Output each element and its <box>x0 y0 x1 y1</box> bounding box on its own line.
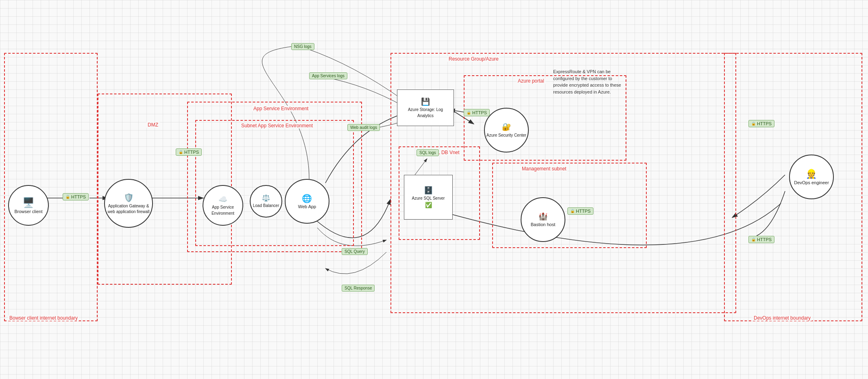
https-badge-5: HTTPS <box>748 120 774 127</box>
https-badge-1: HTTPS <box>63 193 89 200</box>
azure-portal-label: Azure portal <box>517 78 545 84</box>
management-subnet-label: Management subnet <box>521 166 567 172</box>
web-audit-logs-badge: Web audit logs <box>347 124 380 131</box>
load-balancer-node: ⚖️ Load Balancer <box>250 185 282 218</box>
azure-security-node: 🔐 Azure Security Center <box>484 108 529 152</box>
app-service-env-node: ☁️ App Service Environment <box>203 185 243 226</box>
app-services-logs-badge: App Services logs <box>309 72 347 79</box>
devops-engineer-node: 👷 DevOps engineer <box>789 155 834 199</box>
nsg-logs-badge: NSG logs <box>291 43 314 50</box>
resource-group-label: Resource Group/Azure <box>447 56 500 62</box>
diagram-canvas: Bowser client internet boundary DMZ App … <box>0 0 868 379</box>
subnet-ase-label: Subnet App Service Environment <box>240 123 314 129</box>
browser-internet-boundary-label: Bowser client internet boundary <box>8 315 79 321</box>
subnet-ase-boundary <box>195 120 354 246</box>
https-badge-2: HTTPS <box>176 148 202 156</box>
https-badge-3: HTTPS <box>464 109 490 116</box>
expressroute-note: ExpressRoute & VPN can be configured by … <box>553 68 626 95</box>
web-app-node: 🌐 Web App <box>285 179 329 224</box>
azure-sql-node: 🗄️ Azure SQL Server ✅ <box>404 175 453 220</box>
https-badge-4: HTTPS <box>567 207 593 215</box>
https-badge-6: HTTPS <box>748 236 774 243</box>
sql-logs-badge: SQL logs <box>417 149 439 156</box>
sql-query-badge: SQL Query <box>342 248 368 255</box>
ase-outer-label: App Service Environment <box>252 106 310 111</box>
management-subnet-boundary <box>492 163 647 248</box>
browser-client-node: 🖥️ Browser client <box>8 185 49 226</box>
dmz-label: DMZ <box>146 122 159 128</box>
browser-internet-boundary <box>4 53 98 321</box>
app-gateway-node: 🛡️ Application Gateway & web application… <box>104 179 153 228</box>
devops-internet-label: DevOps internet boundary <box>752 315 812 321</box>
bastion-host-node: 🏰 Bastion host <box>521 197 565 242</box>
sql-response-badge: SQL Response <box>342 285 375 292</box>
azure-storage-node: 💾 Azure Storage: Log Analytics <box>397 89 454 126</box>
